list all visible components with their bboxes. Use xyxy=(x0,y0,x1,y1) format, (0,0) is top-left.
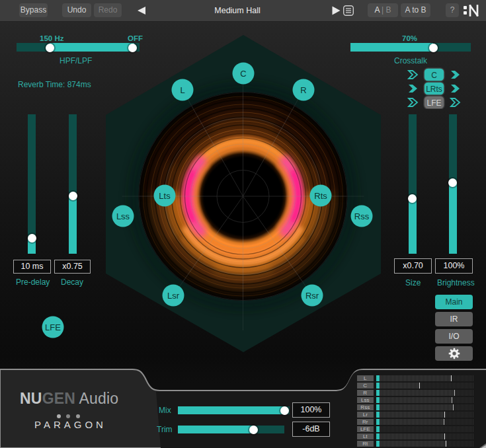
svg-text:C: C xyxy=(431,71,437,80)
svg-text:Lts: Lts xyxy=(159,191,171,201)
svg-text:Lss: Lss xyxy=(116,211,130,221)
svg-text:LFE: LFE xyxy=(426,98,441,108)
svg-text:Rss: Rss xyxy=(354,211,370,221)
svg-text:Rsr: Rsr xyxy=(305,291,319,301)
svg-text:L: L xyxy=(180,85,184,95)
svg-text:LFE: LFE xyxy=(45,322,61,332)
svg-text:Rts: Rts xyxy=(314,191,327,201)
svg-text:C: C xyxy=(240,69,246,79)
svg-text:Lsr: Lsr xyxy=(167,291,180,301)
svg-text:R: R xyxy=(300,85,306,95)
svg-text:LRts: LRts xyxy=(426,85,442,94)
